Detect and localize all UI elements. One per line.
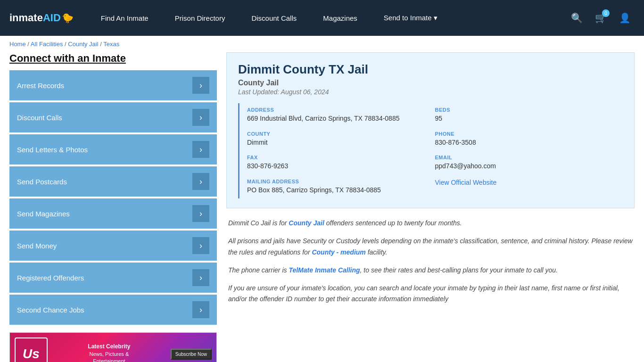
arrow-icon: ›: [192, 109, 209, 126]
list-item: Second Chance Jobs ›: [9, 295, 217, 325]
sidebar-item-second-chance-jobs[interactable]: Second Chance Jobs ›: [9, 295, 217, 325]
county-jail-link[interactable]: County Jail: [289, 219, 324, 227]
arrow-icon: ›: [192, 77, 209, 94]
facility-details: ADDRESS 669 Industrial Blvd, Carrizo Spr…: [238, 103, 623, 198]
nav-find-inmate[interactable]: Find An Inmate: [88, 0, 162, 36]
view-official-website-link[interactable]: View Official Website: [435, 179, 497, 186]
sidebar-item-registered-offenders[interactable]: Registered Offenders ›: [9, 263, 217, 293]
fax-value: 830-876-9263: [247, 162, 435, 171]
arrow-icon: ›: [192, 237, 209, 254]
list-item: Send Letters & Photos ›: [9, 134, 217, 165]
description-para3: The phone carrier is TelMate Inmate Call…: [228, 265, 633, 276]
beds-value: 95: [435, 114, 623, 123]
sidebar-item-send-letters[interactable]: Send Letters & Photos ›: [9, 134, 217, 165]
list-item: Discount Calls ›: [9, 102, 217, 132]
main-content: Dimmit County TX Jail County Jail Last U…: [226, 52, 635, 362]
website-block: View Official Website: [435, 175, 623, 199]
site-header: inmateAID🐤 Find An Inmate Prison Directo…: [0, 0, 644, 36]
sidebar-item-arrest-records[interactable]: Arrest Records ›: [9, 70, 217, 100]
advertisement: Us Latest Celebrity News, Pictures & Ent…: [9, 332, 217, 362]
arrow-icon: ›: [192, 141, 209, 158]
fax-block: FAX 830-876-9263: [247, 151, 435, 175]
list-item: Registered Offenders ›: [9, 263, 217, 293]
facility-card: Dimmit County TX Jail County Jail Last U…: [226, 52, 635, 208]
main-layout: Connect with an Inmate Arrest Records › …: [0, 52, 644, 362]
beds-block: BEDS 95: [435, 103, 623, 127]
sidebar-item-discount-calls[interactable]: Discount Calls ›: [9, 102, 217, 132]
telmate-link[interactable]: TelMate Inmate Calling: [289, 266, 360, 274]
email-value: ppd743@yahoo.com: [435, 162, 623, 171]
ad-text: Latest Celebrity News, Pictures & Entert…: [48, 343, 171, 362]
ad-logo: Us: [15, 337, 48, 362]
sidebar: Connect with an Inmate Arrest Records › …: [9, 52, 217, 362]
county-medium-link[interactable]: County - medium: [312, 248, 365, 256]
address-block: ADDRESS 669 Industrial Blvd, Carrizo Spr…: [247, 103, 435, 127]
description-para4: If you are unsure of your inmate's locat…: [228, 283, 633, 305]
breadcrumb-county-jail[interactable]: County Jail: [68, 41, 98, 48]
sidebar-title: Connect with an Inmate: [9, 52, 217, 65]
list-item: Send Magazines ›: [9, 198, 217, 229]
breadcrumb-all-facilities[interactable]: All Facilities: [31, 41, 63, 48]
email-label: EMAIL: [435, 155, 623, 160]
sidebar-menu: Arrest Records › Discount Calls › Send L…: [9, 70, 217, 325]
county-block: COUNTY Dimmit: [247, 127, 435, 151]
fax-label: FAX: [247, 155, 435, 160]
email-block: EMAIL ppd743@yahoo.com: [435, 151, 623, 175]
phone-label: PHONE: [435, 131, 623, 137]
mailing-block: MAILING ADDRESS PO Box 885, Carrizo Spri…: [247, 175, 435, 199]
ad-subscribe-button[interactable]: Subscribe Now: [171, 349, 212, 360]
nav-discount-calls[interactable]: Discount Calls: [238, 0, 310, 36]
facility-type: County Jail: [238, 79, 623, 87]
sidebar-item-send-magazines[interactable]: Send Magazines ›: [9, 198, 217, 229]
search-icon[interactable]: 🔍: [567, 8, 586, 27]
cart-badge: 0: [602, 9, 610, 17]
header-icons: 🔍 🛒 0 👤: [567, 8, 635, 27]
county-value: Dimmit: [247, 138, 435, 148]
sidebar-item-send-postcards[interactable]: Send Postcards ›: [9, 166, 217, 197]
mailing-value: PO Box 885, Carrizo Springs, TX 78834-08…: [247, 186, 435, 195]
facility-name: Dimmit County TX Jail: [238, 62, 623, 77]
address-label: ADDRESS: [247, 107, 435, 113]
address-value: 669 Industrial Blvd, Carrizo Springs, TX…: [247, 114, 435, 123]
nav-magazines[interactable]: Magazines: [310, 0, 371, 36]
breadcrumb-home[interactable]: Home: [9, 41, 26, 48]
breadcrumb: Home / All Facilities / County Jail / Te…: [0, 36, 644, 52]
phone-block: PHONE 830-876-3508: [435, 127, 623, 151]
facility-description: Dimmit Co Jail is for County Jail offend…: [226, 218, 635, 305]
county-label: COUNTY: [247, 131, 435, 137]
mailing-label: MAILING ADDRESS: [247, 179, 435, 184]
phone-value: 830-876-3508: [435, 138, 623, 148]
arrow-icon: ›: [192, 205, 209, 222]
description-para2: All prisons and jails have Security or C…: [228, 236, 633, 258]
beds-label: BEDS: [435, 107, 623, 113]
cart-icon[interactable]: 🛒 0: [591, 8, 611, 27]
arrow-icon: ›: [192, 269, 209, 286]
user-icon[interactable]: 👤: [615, 8, 635, 27]
nav-prison-directory[interactable]: Prison Directory: [162, 0, 239, 36]
facility-updated: Last Updated: August 06, 2024: [238, 88, 623, 96]
arrow-icon: ›: [192, 301, 209, 318]
site-logo[interactable]: inmateAID🐤: [9, 12, 74, 24]
breadcrumb-state[interactable]: Texas: [103, 41, 119, 48]
description-para1: Dimmit Co Jail is for County Jail offend…: [228, 218, 633, 229]
sidebar-item-send-money[interactable]: Send Money ›: [9, 230, 217, 261]
list-item: Arrest Records ›: [9, 70, 217, 100]
list-item: Send Postcards ›: [9, 166, 217, 197]
nav-send-to-inmate[interactable]: Send to Inmate ▾: [371, 0, 451, 36]
arrow-icon: ›: [192, 173, 209, 190]
list-item: Send Money ›: [9, 230, 217, 261]
main-nav: Find An Inmate Prison Directory Discount…: [88, 0, 567, 36]
